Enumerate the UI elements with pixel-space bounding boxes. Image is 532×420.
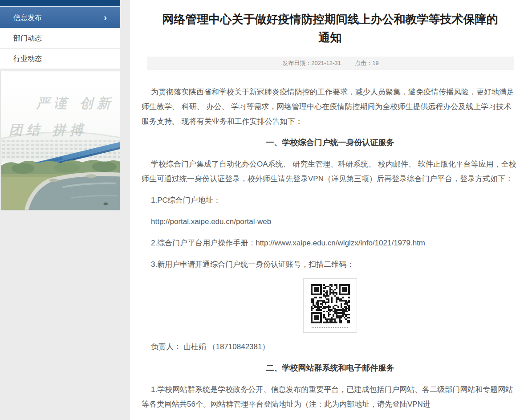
contact-line: 负责人： 山杜娟 （18710842381） xyxy=(142,339,519,354)
portal-item-2: 2.综合门户平台用户操作手册：http://www.xaipe.edu.cn/w… xyxy=(142,236,519,250)
portal-item-3: 3.新用户申请开通综合门户统一身份认证账号，扫描二维码： xyxy=(142,257,519,272)
main-content: 网络管理中心关于做好疫情防控期间线上办公和教学等技术保障的通知 发布日期：202… xyxy=(130,0,532,420)
hit-count: 点击：19 xyxy=(355,60,378,66)
sidebar-item-label: 行业动态 xyxy=(13,49,42,69)
section1-heading: 一、学校综合门户统一身份认证服务 xyxy=(142,135,519,150)
section2-heading: 二、学校网站群系统和电子邮件服务 xyxy=(142,361,519,375)
qr-code-pattern xyxy=(311,284,350,323)
qr-code xyxy=(303,278,357,333)
portal-url: http://portal.xaipe.edu.cn/portal-web xyxy=(142,214,519,229)
article-body: 为贯彻落实陕西省和学校关于新冠肺炎疫情防控的工作要求，减少人员聚集，避免疫情传播… xyxy=(142,70,519,412)
chevron-right-icon: › xyxy=(104,13,107,22)
sidebar-topbar xyxy=(0,0,120,6)
sidebar-item-label: 部门动态 xyxy=(13,28,42,49)
sidebar-item-info-release[interactable]: 信息发布 › xyxy=(0,6,120,28)
publish-date: 发布日期：2021-12-31 xyxy=(282,60,341,66)
section1-intro: 学校综合门户集成了自动化办公OA系统、 研究生管理、科研系统、 校内邮件、 软件… xyxy=(142,157,519,186)
sidebar-item-label: 信息发布 xyxy=(13,7,42,29)
sidebar-item-dept-news[interactable]: 部门动态 xyxy=(0,28,120,49)
campus-photo-illustration xyxy=(1,71,120,210)
page-title: 网络管理中心关于做好疫情防控期间线上办公和教学等技术保障的通知 xyxy=(161,10,500,47)
sidebar-nav: 信息发布 › 部门动态 行业动态 xyxy=(0,6,120,69)
sidebar-item-industry-news[interactable]: 行业动态 xyxy=(0,49,120,69)
meta-bar: 发布日期：2021-12-31 点击：19 xyxy=(147,57,514,70)
intro-paragraph: 为贯彻落实陕西省和学校关于新冠肺炎疫情防控的工作要求，减少人员聚集，避免疫情传播… xyxy=(142,85,519,129)
campus-photo: 严谨 创新 团结 拼搏 xyxy=(0,71,120,211)
sidebar: 信息发布 › 部门动态 行业动态 xyxy=(0,0,120,211)
qr-caption-microtext xyxy=(312,327,349,328)
portal-item-1: 1.PC综合门户地址： xyxy=(142,193,519,208)
section2-paragraph: 1.学校网站群系统是学校政务公开、信息发布的重要平台，已建成包括门户网站、各二级… xyxy=(142,382,519,412)
